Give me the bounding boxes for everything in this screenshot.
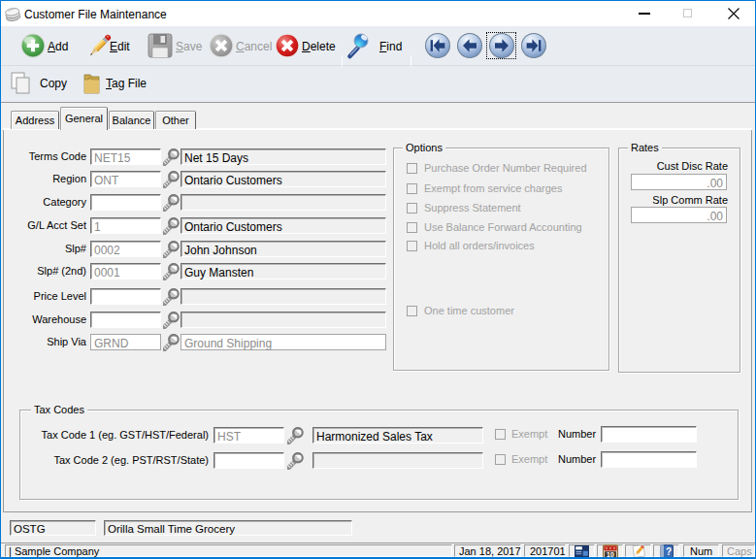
svg-text:10: 10	[607, 551, 614, 558]
svg-text:?: ?	[666, 546, 672, 557]
